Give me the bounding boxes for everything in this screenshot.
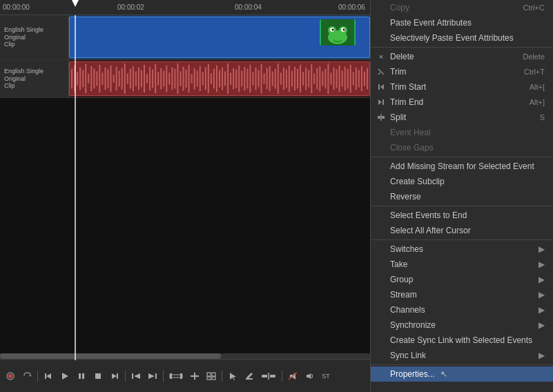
select-tool-button[interactable] [225, 369, 240, 384]
next-frame-button[interactable] [107, 369, 122, 384]
record-button[interactable] [3, 369, 18, 384]
menu-item-trim-end[interactable]: Trim End Alt+] [371, 95, 553, 110]
svg-rect-146 [270, 375, 275, 378]
menu-item-synchronize[interactable]: Synchronize ▶ [371, 317, 553, 333]
menu-item-copy[interactable]: Copy Ctrl+C [371, 0, 553, 15]
stream-submenu-arrow: ▶ [539, 290, 545, 300]
loop-region-button[interactable] [166, 369, 186, 384]
menu-item-trim-shortcut: Ctrl+T [524, 68, 545, 76]
menu-item-split-shortcut: S [540, 113, 545, 121]
ruler-time-1: 00:00:02 [117, 3, 144, 11]
video-track-content[interactable] [69, 15, 370, 59]
menu-item-delete-label: Delete [390, 52, 414, 61]
go-to-start-button[interactable] [128, 369, 144, 384]
synchronize-submenu-arrow: ▶ [539, 320, 545, 330]
menu-item-select-all-after-cursor[interactable]: Select All After Cursor [371, 223, 553, 238]
menu-item-trim-start-shortcut: Alt+[ [530, 83, 545, 91]
video-thumbnail [320, 19, 356, 46]
menu-item-take[interactable]: Take ▶ [371, 257, 553, 272]
menu-item-properties-label: Properties... [390, 369, 435, 379]
audio-track-label: English Single OriginalClip [4, 68, 64, 90]
scrollbar-thumb[interactable] [0, 353, 221, 359]
svg-point-7 [343, 29, 345, 31]
stereo-button[interactable]: ST [318, 369, 333, 384]
menu-item-trim-end-label: Trim End [390, 97, 423, 107]
menu-item-create-subclip-label: Create Subclip [390, 177, 445, 186]
menu-sep-1 [371, 47, 553, 48]
menu-item-channels-label: Channels [390, 305, 425, 315]
menu-item-create-subclip[interactable]: Create Subclip [371, 174, 553, 189]
svg-rect-126 [117, 373, 118, 379]
empty-track-area [0, 98, 370, 353]
menu-item-reverse-label: Reverse [390, 192, 421, 202]
svg-rect-139 [212, 373, 215, 376]
split-tool-button[interactable] [258, 369, 279, 384]
menu-item-channels[interactable]: Channels ▶ [371, 302, 553, 317]
menu-item-stream-label: Stream [390, 290, 417, 300]
menu-item-reverse[interactable]: Reverse [371, 189, 553, 204]
toolbar-sep-4 [222, 371, 222, 382]
menu-item-switches[interactable]: Switches ▶ [371, 242, 553, 257]
svg-marker-156 [380, 84, 384, 90]
menu-item-trim-start[interactable]: Trim Start Alt+[ [371, 79, 553, 95]
delete-icon: × [376, 52, 386, 61]
ruler-time-0: 00:00:00 [3, 3, 30, 11]
svg-rect-160 [382, 116, 385, 119]
context-menu: Copy Ctrl+C Paste Event Attributes Selec… [370, 0, 553, 392]
timeline-scrollbar[interactable] [0, 353, 370, 359]
mute-button[interactable] [285, 369, 300, 384]
ruler-time-3: 00:00:06 [338, 3, 365, 11]
volume-button[interactable] [302, 369, 317, 384]
quantize-button[interactable] [204, 369, 219, 384]
svg-rect-123 [79, 373, 81, 379]
properties-cursor: ↖ [440, 369, 447, 379]
menu-item-copy-shortcut: Ctrl+C [523, 3, 545, 12]
play-button[interactable] [57, 369, 72, 384]
menu-item-sync-link[interactable]: Sync Link ▶ [371, 348, 553, 363]
pause-button[interactable] [74, 369, 89, 384]
menu-item-selectively-paste[interactable]: Selectively Paste Event Attributes [371, 30, 553, 46]
menu-item-trim[interactable]: Trim Ctrl+T [371, 64, 553, 79]
menu-item-add-missing-stream[interactable]: Add Missing Stream for Selected Event [371, 159, 553, 174]
menu-sep-5 [371, 364, 553, 365]
prev-frame-button[interactable] [41, 369, 56, 384]
svg-marker-119 [29, 375, 32, 376]
bottom-toolbar: ST [0, 359, 370, 392]
group-submenu-arrow: ▶ [539, 275, 545, 284]
audio-clip[interactable] [69, 61, 370, 96]
menu-item-trim-label: Trim [390, 67, 407, 77]
menu-item-create-sync-link-label: Create Sync Link with Selected Events [390, 335, 532, 345]
trim-start-icon [376, 82, 386, 92]
loop-button[interactable] [19, 369, 35, 384]
go-to-end-button[interactable] [145, 369, 160, 384]
menu-sep-2 [371, 157, 553, 157]
audio-track-content[interactable] [69, 60, 370, 97]
svg-marker-129 [134, 373, 140, 379]
menu-item-paste-event-attrs-label: Paste Event Attributes [390, 18, 472, 28]
menu-item-paste-event-attrs[interactable]: Paste Event Attributes [371, 15, 553, 30]
svg-marker-151 [307, 375, 309, 378]
video-track-label: English Single OriginalClip [4, 26, 64, 48]
snap-button[interactable] [187, 369, 202, 384]
menu-item-stream[interactable]: Stream ▶ [371, 287, 553, 302]
menu-item-properties[interactable]: Properties... ↖ [371, 366, 553, 382]
svg-marker-132 [148, 373, 155, 379]
trim-icon [376, 67, 386, 77]
menu-item-select-events-to-end[interactable]: Select Events to End [371, 208, 553, 223]
menu-item-split[interactable]: Split S [371, 110, 553, 125]
stop-button[interactable] [90, 369, 106, 384]
menu-item-delete[interactable]: × Delete Delete [371, 49, 553, 64]
video-clip[interactable] [69, 17, 370, 58]
svg-rect-159 [378, 116, 380, 119]
menu-item-split-label: Split [390, 112, 406, 122]
menu-item-event-heal[interactable]: Event Heal [371, 125, 553, 140]
menu-item-create-sync-link[interactable]: Create Sync Link with Selected Events [371, 333, 553, 348]
menu-item-group[interactable]: Group ▶ [371, 272, 553, 287]
svg-rect-134 [170, 373, 172, 379]
take-submenu-arrow: ▶ [539, 259, 545, 269]
menu-item-synchronize-label: Synchronize [390, 320, 436, 330]
edit-tool-button[interactable] [242, 369, 257, 384]
svg-marker-122 [62, 373, 68, 380]
toolbar-sep-5 [282, 371, 282, 382]
menu-item-close-gaps[interactable]: Close Gaps [371, 140, 553, 155]
